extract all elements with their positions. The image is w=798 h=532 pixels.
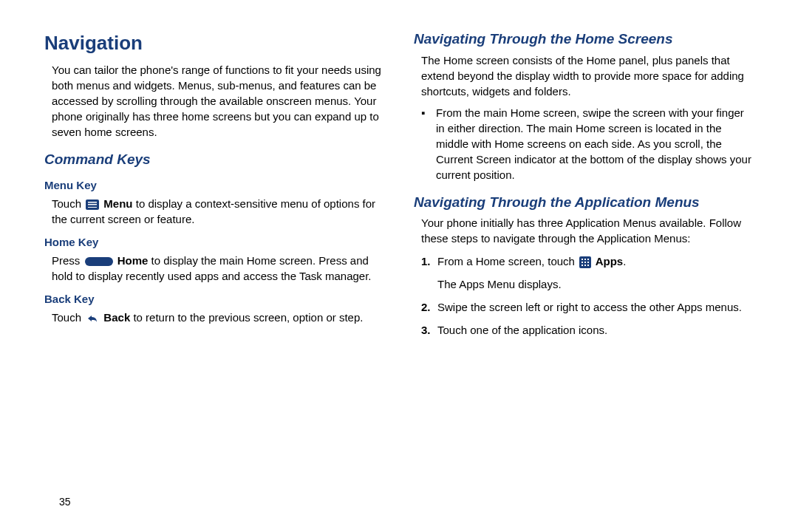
command-keys-heading: Command Keys bbox=[44, 150, 384, 170]
step-number: 2. bbox=[421, 299, 437, 315]
home-key-heading: Home Key bbox=[44, 234, 384, 250]
back-key-heading: Back Key bbox=[44, 291, 384, 307]
step-1: 1. From a Home screen, touch Apps. The A… bbox=[421, 253, 754, 292]
menu-key-text: Touch Menu to display a context-sensitiv… bbox=[44, 196, 384, 227]
left-column: Navigation You can tailor the phone's ra… bbox=[44, 30, 384, 345]
text-bold: Back bbox=[100, 311, 130, 324]
step-3: 3. Touch one of the application icons. bbox=[421, 322, 754, 338]
right-column: Navigating Through the Home Screens The … bbox=[414, 30, 754, 345]
nav-app-heading: Navigating Through the Application Menus bbox=[414, 193, 754, 213]
menu-icon bbox=[86, 200, 99, 210]
text: Touch bbox=[52, 311, 84, 324]
step-2: 2. Swipe the screen left or right to acc… bbox=[421, 299, 754, 315]
apps-icon bbox=[579, 256, 591, 268]
text-bold: Menu bbox=[100, 197, 132, 210]
step-number: 3. bbox=[421, 322, 437, 338]
step-body: Touch one of the application icons. bbox=[437, 322, 607, 338]
back-icon bbox=[86, 313, 99, 324]
step-number: 1. bbox=[421, 253, 437, 292]
bullet-item: ▪ From the main Home screen, swipe the s… bbox=[421, 105, 754, 183]
nav-home-heading: Navigating Through the Home Screens bbox=[414, 30, 754, 50]
bullet-mark: ▪ bbox=[421, 105, 436, 183]
page-title: Navigation bbox=[44, 30, 384, 56]
home-key-text: Press Home to display the main Home scre… bbox=[44, 253, 384, 284]
step-subtext: The Apps Menu displays. bbox=[437, 276, 626, 292]
step-body: Swipe the screen left or right to access… bbox=[437, 299, 742, 315]
text: Touch bbox=[52, 197, 84, 210]
text-bold: Home bbox=[115, 254, 149, 267]
nav-app-intro: Your phone initially has three Applicati… bbox=[414, 215, 754, 246]
back-key-text: Touch Back to return to the previous scr… bbox=[44, 310, 384, 325]
intro-paragraph: You can tailor the phone's range of func… bbox=[44, 62, 384, 140]
text-bold: Apps bbox=[593, 255, 623, 267]
nav-home-intro: The Home screen consists of the Home pan… bbox=[414, 52, 754, 99]
text: From a Home screen, touch bbox=[437, 255, 578, 267]
step-body: From a Home screen, touch Apps. The Apps… bbox=[437, 253, 626, 292]
home-icon bbox=[85, 257, 113, 266]
text: Press bbox=[52, 254, 83, 267]
bullet-text: From the main Home screen, swipe the scr… bbox=[436, 105, 754, 183]
text: to return to the previous screen, option… bbox=[130, 311, 363, 324]
page-number: 35 bbox=[59, 495, 71, 510]
text: . bbox=[623, 255, 626, 267]
menu-key-heading: Menu Key bbox=[44, 177, 384, 193]
